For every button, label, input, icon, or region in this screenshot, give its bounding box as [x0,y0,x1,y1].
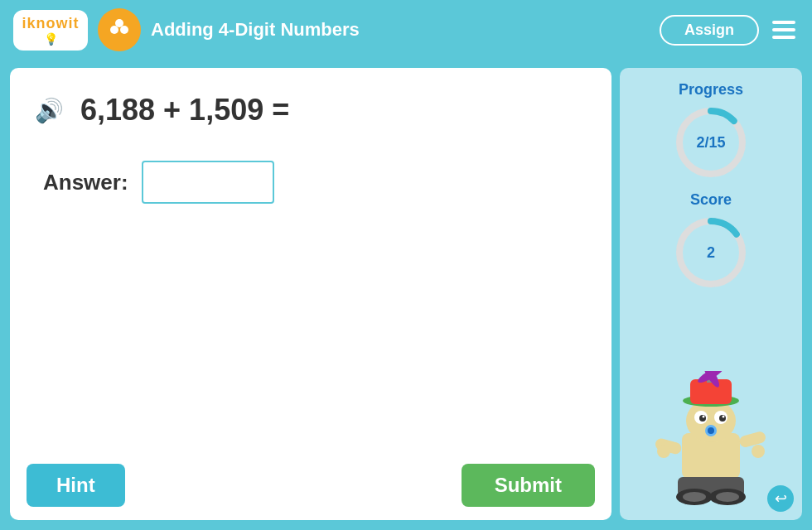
svg-point-30 [716,492,739,502]
question-area: 🔊 6,188 + 1,509 = Answer: [10,68,611,454]
svg-point-0 [110,26,118,34]
logo: iknowit 💡 [13,10,88,51]
logo-text: iknowit [22,15,79,32]
progress-title: Progress [679,81,743,99]
hamburger-line-3 [772,36,795,39]
logo-iknow: iknow [22,15,68,31]
hint-button[interactable]: Hint [27,464,125,507]
answer-row: Answer: [35,161,587,204]
logo-it: it [69,15,80,31]
question-row: 🔊 6,188 + 1,509 = [35,93,587,128]
svg-rect-23 [738,431,767,449]
mascot-area [628,301,794,512]
score-circle: 2 [674,215,748,290]
svg-point-19 [723,416,725,418]
score-value: 2 [707,244,715,262]
main-area: 🔊 6,188 + 1,509 = Answer: Hint Submit Pr… [0,60,812,530]
header: iknowit 💡 Adding 4-Digit Numbers Assign [0,0,812,60]
hamburger-line-2 [772,28,795,31]
progress-section: Progress 2/15 [628,81,794,180]
bottom-bar: Hint Submit [10,454,611,520]
progress-circle: 2/15 [674,105,748,180]
svg-point-24 [657,445,670,458]
svg-point-2 [115,19,123,27]
lesson-title: Adding 4-Digit Numbers [151,19,650,41]
svg-point-29 [683,492,706,502]
hamburger-line-1 [772,21,795,24]
right-panel: Progress 2/15 Score 2 [620,68,802,520]
svg-point-1 [120,26,128,34]
svg-point-21 [708,427,714,434]
logo-bulb-icon: 💡 [44,32,58,46]
back-button[interactable]: ↩ [767,485,794,512]
lesson-icon [98,8,141,51]
mascot-svg [649,371,773,512]
svg-point-25 [752,445,765,458]
progress-value: 2/15 [696,134,725,152]
assign-button[interactable]: Assign [660,15,759,46]
menu-button[interactable] [769,17,799,42]
answer-input[interactable] [142,161,274,204]
svg-rect-10 [690,379,732,404]
content-panel: 🔊 6,188 + 1,509 = Answer: Hint Submit [10,68,611,520]
score-section: Score 2 [628,191,794,290]
score-title: Score [690,191,732,209]
question-text: 6,188 + 1,509 = [80,93,289,128]
answer-label: Answer: [43,170,128,195]
svg-point-18 [703,416,705,418]
dots-icon [106,17,133,43]
submit-button[interactable]: Submit [462,464,595,507]
back-icon: ↩ [775,489,787,508]
sound-button[interactable]: 🔊 [35,97,64,124]
